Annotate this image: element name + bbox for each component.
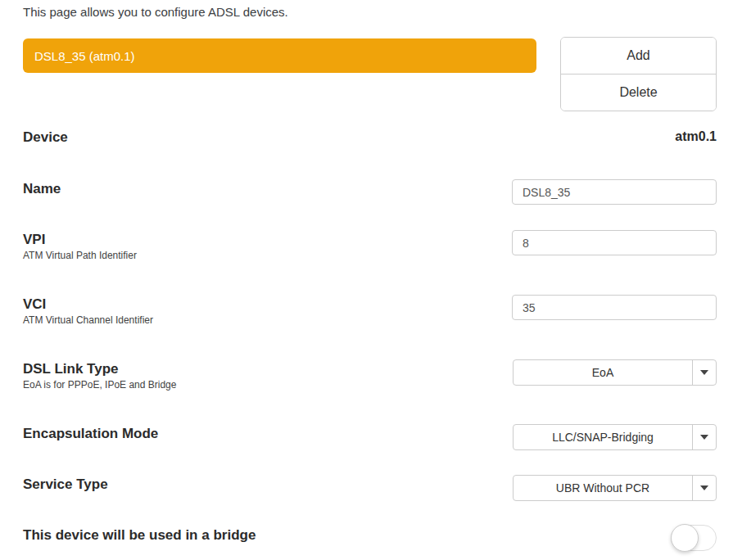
encapsulation-mode-label: Encapsulation Mode (23, 426, 158, 442)
dsl-link-type-select[interactable]: EoA (513, 359, 717, 386)
device-label: Device (23, 129, 68, 146)
name-field[interactable] (512, 179, 717, 205)
vci-field[interactable] (512, 295, 717, 320)
bridge-toggle[interactable] (671, 525, 717, 551)
delete-button[interactable]: Delete (561, 74, 716, 111)
chevron-down-icon (700, 435, 708, 440)
encapsulation-mode-selected-value: LLC/SNAP-Bridging (514, 425, 692, 449)
vci-label: VCI (23, 296, 46, 313)
vpi-field[interactable] (512, 230, 717, 255)
chevron-down-icon (700, 370, 708, 375)
dsl-link-type-selected-value: EoA (514, 360, 692, 385)
vpi-help-text: ATM Virtual Path Identifier (23, 250, 137, 261)
device-value: atm0.1 (675, 129, 717, 144)
toggle-knob (671, 524, 699, 552)
name-label: Name (23, 181, 61, 197)
vpi-label: VPI (23, 232, 45, 248)
dsl-link-type-label: DSL Link Type (23, 361, 119, 377)
device-actions-group: Add Delete (560, 37, 717, 111)
dsl-link-type-help-text: EoA is for PPPoE, IPoE and Bridge (23, 379, 176, 391)
vci-help-text: ATM Virtual Channel Identifier (23, 314, 153, 326)
add-button[interactable]: Add (561, 38, 716, 74)
bridge-label: This device will be used in a bridge (23, 527, 256, 544)
service-type-selected-value: UBR Without PCR (514, 476, 692, 500)
device-list-item-selected[interactable]: DSL8_35 (atm0.1) (23, 38, 536, 73)
encapsulation-mode-caret[interactable] (692, 425, 716, 449)
service-type-select[interactable]: UBR Without PCR (513, 475, 717, 501)
service-type-caret[interactable] (692, 476, 716, 500)
encapsulation-mode-select[interactable]: LLC/SNAP-Bridging (513, 424, 717, 450)
dsl-link-type-caret[interactable] (692, 360, 716, 385)
adsl-config-page: This page allows you to configure ADSL d… (0, 0, 733, 560)
selected-device-label: DSL8_35 (atm0.1) (34, 49, 135, 63)
page-description: This page allows you to configure ADSL d… (23, 5, 288, 19)
service-type-label: Service Type (23, 476, 108, 493)
chevron-down-icon (700, 485, 708, 490)
